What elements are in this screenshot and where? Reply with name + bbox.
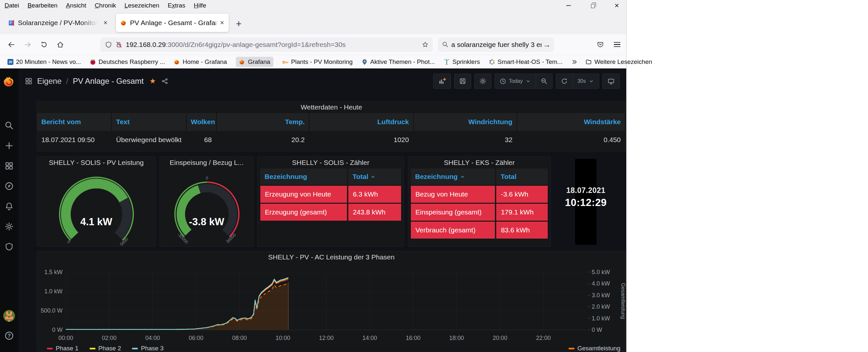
legend-item-gesamtleistung[interactable]: Gesamtleistung (568, 345, 620, 352)
panel-title[interactable]: SHELLY - EKS - Zähler (408, 157, 550, 169)
menu-chronik[interactable]: Chronik (95, 2, 116, 9)
close-button[interactable]: × (613, 2, 620, 9)
overflow-chevrons-icon[interactable] (571, 59, 578, 65)
table-row: Erzeugung (gesamt) 243.8 kWh (260, 204, 401, 221)
chevron-down-icon (588, 78, 594, 84)
column-header-windrichtung[interactable]: Windrichtung (414, 113, 518, 130)
phase-chart-svg[interactable]: 00:0002:0004:0006:0008:0010:0012:0014:00… (37, 262, 626, 344)
column-header-bericht[interactable]: Bericht vom (37, 113, 112, 130)
menu-lesezeichen[interactable]: Lesezeichen (124, 2, 159, 9)
forward-button[interactable] (22, 38, 34, 51)
menu-hamburger-icon[interactable] (614, 42, 620, 47)
bookmark-grafana[interactable]: Grafana (236, 57, 274, 67)
grafana-logo[interactable] (3, 76, 15, 87)
legend-item-phase3[interactable]: Phase 3 (132, 345, 163, 352)
zoom-out-button[interactable] (536, 74, 552, 88)
menu-hilfe[interactable]: Hilfe (194, 2, 206, 9)
svg-text:02:00: 02:00 (102, 335, 117, 341)
einspeisung-gauge: -30000300000 (160, 167, 254, 247)
bookmark-aktive-themen[interactable]: Aktive Themen - Phot... (361, 58, 435, 65)
pin-favicon (361, 59, 368, 65)
url-bar[interactable]: 192.168.0.29:3000/d/Zn6r4gigz/pv-anlage-… (100, 37, 433, 52)
share-icon[interactable] (161, 78, 168, 85)
bookmark-weitere-lesezeichen[interactable]: Weitere Lesezeichen (586, 58, 652, 65)
breadcrumb-folder[interactable]: Eigene (37, 77, 62, 86)
column-header-total[interactable]: Total (348, 169, 401, 185)
legend-item-phase2[interactable]: Phase 2 (90, 345, 121, 352)
column-header-bezeichnung[interactable]: Bezeichnung (411, 169, 495, 185)
svg-text:1.0 kW: 1.0 kW (44, 288, 63, 295)
panel-eks-zaehler: SHELLY - EKS - Zähler Bezeichnung Total … (408, 156, 551, 247)
cell-windrichtung: 32 (414, 130, 518, 148)
legend-swatch (132, 348, 138, 349)
tab-close-icon[interactable]: × (103, 19, 108, 27)
column-header-text[interactable]: Text (112, 113, 186, 130)
dashboard-settings-button[interactable] (474, 74, 491, 89)
bookmark-sprinklers[interactable]: Sprinklers (444, 58, 480, 65)
menu-bearbeiten[interactable]: Bearbeiten (27, 2, 57, 9)
pocket-icon[interactable] (597, 41, 604, 48)
table-row: Einspeisung (gesamt) 179.1 kWh (411, 204, 548, 221)
menu-datei[interactable]: Datei (5, 2, 19, 9)
sort-asc-icon (460, 174, 465, 179)
sidebar-alerting-icon[interactable] (4, 201, 14, 211)
tab-close-icon[interactable]: × (219, 19, 225, 27)
panel-gauge-pv-leistung: SHELLY - SOLIS - PV Leistung 05600 4.1 k… (37, 156, 156, 247)
insecure-lock-icon[interactable] (115, 41, 123, 48)
restore-button[interactable] (589, 2, 596, 9)
home-button[interactable] (54, 38, 66, 51)
cell-label: Verbrauch (gesamt) (411, 222, 495, 239)
kiosk-tv-button[interactable] (602, 74, 620, 89)
column-header-luftdruck[interactable]: Luftdruck (310, 113, 414, 130)
column-header-total[interactable]: Total (496, 169, 548, 185)
column-header-wolken[interactable]: Wolken (187, 113, 217, 130)
table-row: Erzeugung von Heute 6.3 kWh (260, 186, 401, 203)
bookmark-smartheat[interactable]: Smart-Heat-OS - Tem... (489, 58, 562, 65)
sidebar-help-icon[interactable] (4, 331, 14, 341)
chevron-down-icon (525, 78, 531, 84)
column-header-bezeichnung[interactable]: Bezeichnung (260, 169, 347, 185)
column-header-windstaerke[interactable]: Windstärke (518, 113, 626, 130)
sidebar-search-icon[interactable] (4, 121, 14, 130)
bookmark-20minuten[interactable]: 20 20 Minuten - News vo... (7, 58, 81, 65)
tracking-shield-icon[interactable] (105, 41, 112, 48)
back-button[interactable] (5, 38, 18, 51)
minimize-button[interactable] (565, 2, 572, 9)
svg-text:5600: 5600 (119, 237, 129, 247)
panel-title[interactable]: SHELLY - PV - AC Leistung der 3 Phasen (37, 251, 626, 263)
reload-button[interactable] (38, 38, 50, 51)
forum-favicon (8, 20, 15, 26)
tab-grafana-active[interactable]: PV Anlage - Gesamt - Grafana × (116, 14, 229, 32)
menu-extras[interactable]: Extras (168, 2, 185, 9)
search-bar[interactable]: a solaranzeige fuer shelly 3 em → (438, 37, 554, 52)
sidebar-explore-icon[interactable] (4, 181, 14, 191)
refresh-interval-picker[interactable]: 30s (572, 74, 599, 88)
bookmark-raspberry[interactable]: Deutsches Raspberry ... (90, 58, 165, 65)
favorite-star-icon[interactable]: ★ (150, 77, 156, 85)
sidebar-dashboards-icon[interactable] (4, 161, 14, 171)
column-header-temp[interactable]: Temp. (217, 113, 310, 130)
breadcrumb-dashboard-title[interactable]: PV Anlage - Gesamt (73, 77, 143, 86)
time-range-picker[interactable]: Today (495, 74, 536, 88)
legend-item-phase1[interactable]: Phase 1 (47, 345, 79, 352)
panel-title[interactable]: Wetterdaten - Heute (37, 101, 626, 113)
bookmark-star-icon[interactable] (422, 41, 429, 48)
new-tab-button[interactable]: + (236, 18, 242, 29)
panel-title[interactable]: SHELLY - SOLIS - Zähler (258, 157, 404, 169)
refresh-button[interactable] (556, 74, 572, 88)
sidebar-create-icon[interactable] (4, 141, 14, 151)
search-go-icon[interactable]: → (543, 40, 551, 49)
menu-ansicht[interactable]: Ansicht (66, 2, 86, 9)
add-panel-button[interactable] (433, 74, 451, 89)
svg-text:0 W: 0 W (52, 327, 63, 333)
bookmark-home-grafana[interactable]: Home - Grafana (174, 58, 227, 65)
sidebar-configuration-icon[interactable] (4, 222, 14, 231)
save-dashboard-button[interactable] (454, 74, 471, 89)
svg-text:solis: solis (285, 61, 288, 64)
bookmark-plants[interactable]: solis Plants - PV Monitoring (282, 58, 352, 65)
user-avatar[interactable] (3, 310, 15, 322)
legend-swatch (47, 348, 53, 349)
sidebar-admin-shield-icon[interactable] (4, 242, 14, 252)
tab-solaranzeige[interactable]: Solaranzeige / PV-Monitor - An × (4, 14, 112, 32)
dashboard-grid-icon[interactable] (25, 77, 33, 85)
